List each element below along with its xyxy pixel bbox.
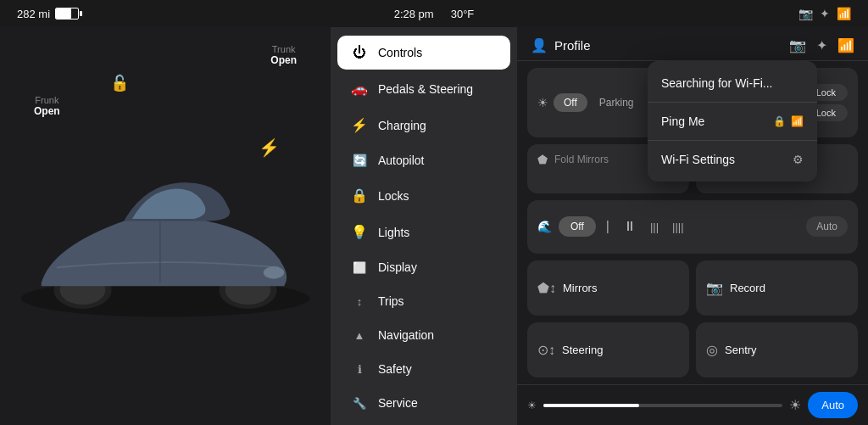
wiper-icon: 🌊 [537,220,552,233]
mirrors-label: Mirrors [563,282,597,294]
signal-header-icon[interactable]: 📶 [837,37,854,53]
sidebar-item-charging[interactable]: ⚡ Charging [337,108,510,143]
service-icon: 🔧 [351,397,368,410]
profile-label: Profile [554,38,591,53]
status-bar: 282 mi 2:28 pm 30°F 📷 ✦ 📶 [0,0,868,27]
navigation-icon: ▲ [351,329,368,342]
signal-icon: 📶 [837,7,851,20]
fold-mirrors-icon: ⬟ [537,153,548,166]
gear-icon: ⚙ [793,153,804,166]
camera-header-icon[interactable]: 📷 [789,37,806,53]
sidebar-item-autopilot[interactable]: 🔄 Autopilot [337,144,510,176]
locks-icon: 🔒 [351,187,368,204]
wifi-settings-label: Wi-Fi Settings [661,153,735,166]
battery-icon [55,8,79,20]
lock-small-icon: 🔒 [773,115,786,127]
temperature-display: 30°F [451,8,475,20]
sidebar-item-controls[interactable]: ⏻ Controls [337,36,510,70]
sidebar-item-trips[interactable]: ↕ Trips [337,285,510,317]
time-temp-display: 2:28 pm 30°F [394,8,475,20]
mileage-value: 282 mi [17,8,50,20]
record-label: Record [730,282,765,294]
autopilot-icon: 🔄 [351,154,368,167]
mileage-display: 282 mi [17,8,79,20]
charge-bolt-icon: ⚡ [259,137,280,158]
trunk-label: Trunk Open [270,44,297,66]
record-card: 📷 Record [696,260,858,316]
camera-icon: 📷 [798,7,813,20]
main-content: Trunk Open Frunk Open 🔓 ⚡ [0,27,868,425]
wifi-searching-item: Searching for Wi-Fi... [648,68,817,98]
sentry-label: Sentry [725,344,757,356]
sidebar-item-lights[interactable]: 💡 Lights [337,215,510,249]
battery-fill [56,8,71,19]
ping-me-icons: 🔒 📶 [773,115,804,127]
wifi-divider-2 [648,140,817,141]
wifi-divider-1 [648,102,817,103]
frunk-label: Frunk Open [34,95,60,117]
car-image [0,27,331,425]
steering-icon: ⊙↕ [537,342,555,358]
brightness-low-icon: ☀ [527,400,537,411]
sentry-card: ◎ Sentry [696,322,858,377]
navigation-label: Navigation [378,328,434,342]
charging-icon: ⚡ [351,117,368,133]
wiper-card: 🌊 Off | ⏸ ||| |||| Auto [527,200,858,253]
wiper-auto-btn[interactable]: Auto [806,216,848,237]
trips-label: Trips [378,294,404,308]
wifi-settings-icons: ⚙ [793,153,804,166]
climate-off-btn[interactable]: Off [554,93,587,112]
sidebar: ⏻ Controls 🚗 Pedals & Steering ⚡ Chargin… [331,27,517,425]
charging-label: Charging [378,119,426,132]
sidebar-item-safety[interactable]: ℹ Safety [337,353,510,385]
svg-point-5 [264,266,284,279]
wifi-ping-me-item[interactable]: Ping Me 🔒 📶 [648,106,817,137]
lights-icon: 💡 [351,224,368,240]
status-icons: 📷 ✦ 📶 [798,7,851,20]
lock-icon-car: 🔓 [110,74,129,92]
brightness-high-icon: ☀ [789,397,801,413]
car-panel: Trunk Open Frunk Open 🔓 ⚡ [0,27,331,425]
auto-mode-button[interactable]: Auto [808,392,858,418]
header-icons: 📷 ✦ 📶 [789,37,854,53]
controls-icon: ⏻ [351,45,368,60]
record-icon: 📷 [706,280,723,296]
display-icon: ⬜ [351,261,368,274]
ping-me-label: Ping Me [661,115,704,128]
steering-card: ⊙↕ Steering [527,322,689,377]
sentry-icon: ◎ [706,342,718,358]
wifi-searching-label: Searching for Wi-Fi... [661,76,772,90]
fold-mirrors-label: Fold Mirrors [554,154,609,165]
sidebar-item-software[interactable]: ⬇ Software [337,421,510,425]
autopilot-label: Autopilot [378,154,424,167]
brightness-fill [543,404,639,407]
parking-label: Parking [599,97,634,109]
wifi-settings-item[interactable]: Wi-Fi Settings ⚙ [648,144,817,175]
sidebar-item-display[interactable]: ⬜ Display [337,251,510,283]
mirrors-card: ⬟↕ Mirrors [527,260,689,316]
controls-label: Controls [378,46,422,59]
sidebar-item-pedals[interactable]: 🚗 Pedals & Steering [337,71,510,106]
bottom-bar: ☀ ☀ Auto [517,384,868,425]
trips-icon: ↕ [351,295,368,308]
lights-label: Lights [378,226,409,239]
wiper-off-btn[interactable]: Off [559,216,596,237]
wifi-small-icon: 📶 [791,115,804,127]
mirrors-icon: ⬟↕ [537,280,556,296]
bluetooth-icon: ✦ [820,7,830,20]
sidebar-item-navigation[interactable]: ▲ Navigation [337,319,510,351]
bluetooth-header-icon[interactable]: ✦ [816,37,827,53]
safety-icon: ℹ [351,363,368,376]
display-label: Display [378,260,417,274]
sun-icon: ☀ [537,96,548,109]
safety-label: Safety [378,362,412,376]
pedals-icon: 🚗 [351,81,368,97]
pedals-label: Pedals & Steering [378,82,473,96]
locks-label: Locks [378,189,409,203]
sidebar-item-locks[interactable]: 🔒 Locks [337,178,510,213]
brightness-slider[interactable] [543,404,782,407]
profile-header: 👤 Profile 📷 ✦ 📶 [517,27,868,61]
sidebar-item-service[interactable]: 🔧 Service [337,387,510,419]
profile-icon: 👤 [531,37,548,53]
wifi-dropdown: Searching for Wi-Fi... Ping Me 🔒 📶 Wi-Fi… [648,61,817,182]
